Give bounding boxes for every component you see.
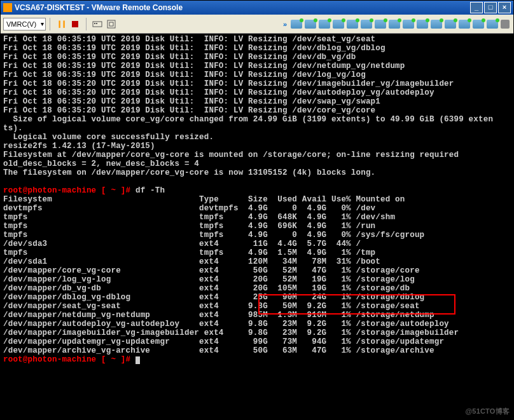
disk-icon[interactable]: [333, 20, 344, 29]
window-title: VCSA67-DISKTEST - VMware Remote Console: [15, 3, 469, 12]
terminal[interactable]: Fri Oct 18 06:35:19 UTC 2019 Disk Util: …: [1, 34, 513, 419]
shell-prompt: root@photon-machine [ ~ ]#: [3, 186, 130, 195]
disk-icon[interactable]: [403, 20, 414, 29]
usb-icon[interactable]: [501, 20, 510, 29]
command-text: df -Th: [135, 186, 165, 195]
disk-icon[interactable]: [361, 20, 372, 29]
svg-rect-2: [96, 23, 97, 24]
disk-icon[interactable]: [389, 20, 400, 29]
close-button[interactable]: ×: [498, 2, 511, 13]
stop-button[interactable]: [69, 18, 81, 30]
maximize-button[interactable]: □: [484, 2, 497, 13]
fullscreen-button[interactable]: [106, 18, 117, 30]
df-output: devtmpfs devtmpfs 4.9G 0 4.9G 0% /dev tm…: [3, 204, 459, 355]
cursor: [135, 356, 140, 364]
titlebar: VCSA67-DISKTEST - VMware Remote Console …: [1, 1, 513, 15]
cad-icon: [92, 19, 102, 29]
separator: [50, 18, 50, 30]
separator: [86, 18, 87, 30]
svg-rect-4: [109, 22, 113, 26]
disk-icon[interactable]: [319, 20, 330, 29]
df-header: Filesystem Type Size Used Avail Use% Mou…: [3, 195, 405, 204]
disk-icon[interactable]: [291, 20, 302, 29]
disk-icon[interactable]: [417, 20, 428, 29]
disk-icon[interactable]: [473, 20, 484, 29]
watermark: @51CTO博客: [465, 407, 510, 416]
disk-icon[interactable]: [375, 20, 386, 29]
disk-icon[interactable]: [305, 20, 316, 29]
vmware-icon: [3, 3, 12, 12]
svg-rect-3: [108, 20, 115, 28]
vmrc-dropdown[interactable]: VMRC(V): [3, 18, 46, 30]
devices-arrow: »: [283, 20, 287, 28]
svg-rect-1: [94, 23, 95, 24]
disk-icon[interactable]: [459, 20, 470, 29]
disk-icon[interactable]: [487, 20, 498, 29]
shell-prompt: root@photon-machine [ ~ ]#: [3, 355, 130, 364]
send-ctrl-alt-del-button[interactable]: [92, 18, 103, 30]
disk-icon[interactable]: [347, 20, 358, 29]
disk-icon[interactable]: [431, 20, 442, 29]
fullscreen-icon: [107, 20, 116, 29]
log-output: Fri Oct 18 06:35:19 UTC 2019 Disk Util: …: [3, 35, 493, 177]
toolbar: VMRC(V) ❙❙ »: [1, 15, 513, 34]
pause-button[interactable]: ❙❙: [55, 18, 67, 30]
app-window: VCSA67-DISKTEST - VMware Remote Console …: [0, 0, 514, 420]
disk-icon[interactable]: [445, 20, 456, 29]
minimize-button[interactable]: _: [470, 2, 483, 13]
